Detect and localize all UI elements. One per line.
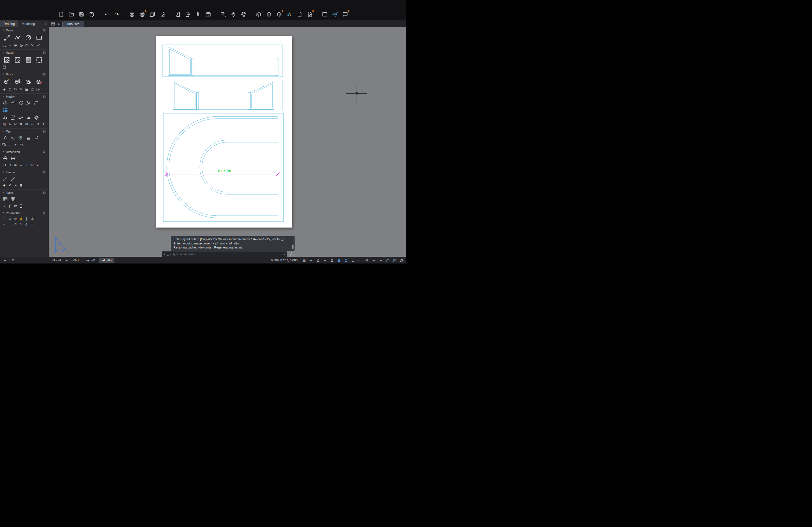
viewport-3[interactable] xyxy=(163,113,284,222)
match-properties-icon[interactable]: ✎ xyxy=(7,122,13,127)
offset-icon[interactable] xyxy=(25,114,32,121)
find-text-icon[interactable] xyxy=(1,142,7,147)
ellipse-icon[interactable] xyxy=(24,43,30,48)
equal-constraint-icon[interactable]: = xyxy=(30,222,35,227)
elevation-view-2[interactable] xyxy=(173,82,274,109)
tangent-constraint-icon[interactable]: ◠ xyxy=(13,222,18,227)
dimension-break-icon[interactable]: ∠ xyxy=(35,162,41,167)
zoom-window-icon[interactable] xyxy=(220,11,227,18)
plot-preview-icon[interactable] xyxy=(139,11,146,18)
layout-grid-icon[interactable] xyxy=(51,22,55,26)
perpendicular-constraint-icon[interactable]: ⊥ xyxy=(30,216,35,221)
arc-icon[interactable] xyxy=(1,43,7,48)
mirror-icon[interactable] xyxy=(1,114,9,121)
add-leader-icon[interactable]: ✚ xyxy=(1,183,7,188)
dimension-update-icon[interactable]: ↻ xyxy=(30,162,35,167)
edit-polyline-icon[interactable] xyxy=(13,122,18,127)
table-icon[interactable] xyxy=(1,196,9,202)
feedback-icon[interactable] xyxy=(342,11,349,18)
share-icon[interactable] xyxy=(289,252,294,257)
parallel-constraint-icon[interactable]: ∥ xyxy=(24,216,30,221)
layout-tab-layout1[interactable]: Layout1 xyxy=(82,258,98,263)
section-settings-icon[interactable] xyxy=(42,191,46,195)
layout-drawing[interactable]: 16,959m xyxy=(156,36,292,228)
share-drawing-icon[interactable] xyxy=(331,11,338,18)
plot-icon[interactable] xyxy=(128,11,135,18)
multileader-icon[interactable] xyxy=(1,175,9,182)
tolerance-icon[interactable]: ± xyxy=(24,162,30,167)
scale-icon[interactable] xyxy=(9,114,17,121)
multiline-icon[interactable] xyxy=(13,43,18,48)
pdf-import-icon[interactable] xyxy=(32,134,40,141)
auto-constrain-icon[interactable] xyxy=(1,216,7,221)
export-table-icon[interactable]: ↓ xyxy=(1,203,7,208)
gradient-icon[interactable] xyxy=(23,56,33,64)
line-icon[interactable] xyxy=(1,33,12,42)
section-settings-icon[interactable] xyxy=(42,51,46,55)
dimension-icon[interactable] xyxy=(1,155,9,162)
save-block-icon[interactable] xyxy=(24,87,30,92)
paper-space-icon[interactable]: ▭ xyxy=(358,258,362,263)
lengthen-icon[interactable]: ↔ xyxy=(30,122,35,127)
edit-block-icon[interactable] xyxy=(23,77,33,86)
break-at-point-icon[interactable]: ✕ xyxy=(18,122,24,127)
layer-properties-icon[interactable] xyxy=(255,11,262,18)
section-collapse-icon[interactable]: ▼ xyxy=(2,212,4,214)
remove-leader-icon[interactable]: ✕ xyxy=(7,183,13,188)
new-file-icon[interactable] xyxy=(57,11,64,18)
fillet-icon[interactable] xyxy=(32,100,40,107)
spell-check-icon[interactable] xyxy=(17,134,25,141)
stretch-icon[interactable] xyxy=(17,114,25,121)
sync-attributes-icon[interactable]: ↻ xyxy=(13,87,18,92)
single-text-icon[interactable] xyxy=(9,134,17,141)
redo-icon[interactable]: ↷ xyxy=(113,11,120,18)
section-settings-icon[interactable] xyxy=(42,73,46,76)
mtext-icon[interactable]: A xyxy=(1,134,9,141)
dynamic-input-icon[interactable]: + xyxy=(323,258,327,263)
block-library-icon[interactable] xyxy=(30,87,35,92)
viewport-2[interactable] xyxy=(163,80,283,110)
annotation-scale-icon[interactable]: ◱ xyxy=(393,258,397,263)
tab-modeling[interactable]: Modeling xyxy=(18,20,39,27)
define-attribute-icon[interactable]: ◈ xyxy=(1,87,7,92)
donut-icon[interactable] xyxy=(18,43,24,48)
linetype-display-icon[interactable]: ≣ xyxy=(330,258,334,263)
command-options-caret-icon[interactable]: ▾ xyxy=(170,253,171,255)
grid-display-icon[interactable]: ⊞ xyxy=(337,258,341,263)
concentric-constraint-icon[interactable]: ⊚ xyxy=(13,216,18,221)
paper-sheet[interactable]: 16,959m xyxy=(156,36,292,228)
undo-icon[interactable]: ↶ xyxy=(103,11,110,18)
multileader-style-icon[interactable] xyxy=(9,175,17,182)
viewport-1[interactable] xyxy=(163,45,283,77)
circle-icon[interactable] xyxy=(23,33,33,42)
model-space-icon[interactable]: ▤ xyxy=(302,258,306,263)
attach-reference-icon[interactable] xyxy=(194,11,201,18)
smooth-constraint-icon[interactable]: ∿ xyxy=(18,222,24,227)
section-collapse-icon[interactable]: ▼ xyxy=(2,73,4,75)
section-settings-icon[interactable] xyxy=(42,28,46,32)
layer-isolate-icon[interactable] xyxy=(276,11,282,18)
formula-icon[interactable]: ∑ xyxy=(18,203,24,208)
purge-icon[interactable]: ✗ xyxy=(41,122,46,127)
orbit-icon[interactable] xyxy=(240,11,247,18)
section-settings-icon[interactable] xyxy=(42,170,46,174)
spline-icon[interactable] xyxy=(35,43,41,48)
section-settings-icon[interactable] xyxy=(42,95,46,99)
polar-tracking-icon[interactable]: ✛ xyxy=(372,258,376,263)
field-icon[interactable]: ƒ xyxy=(7,203,13,208)
polyline-icon[interactable] xyxy=(12,33,23,42)
symmetric-constraint-icon[interactable]: ◇ xyxy=(24,222,30,227)
import-icon[interactable] xyxy=(174,11,181,18)
block-attributes-icon[interactable] xyxy=(33,77,44,86)
isometric-drafting-icon[interactable]: ∠ xyxy=(316,258,320,263)
page-setup-icon[interactable] xyxy=(149,11,156,18)
edit-attribute-icon[interactable]: ✎ xyxy=(18,87,24,92)
u-shaped-plan-view[interactable] xyxy=(167,117,278,218)
collapse-palette-button[interactable]: « xyxy=(42,20,48,27)
pdf-export-icon[interactable] xyxy=(18,142,24,147)
dimension-style-icon[interactable] xyxy=(9,155,17,162)
layout-tab-a4_alto[interactable]: a4_alto xyxy=(99,258,114,263)
section-collapse-icon[interactable]: ▼ xyxy=(2,151,4,153)
command-input[interactable] xyxy=(173,253,282,256)
vertical-constraint-icon[interactable]: ↕ xyxy=(7,222,13,227)
